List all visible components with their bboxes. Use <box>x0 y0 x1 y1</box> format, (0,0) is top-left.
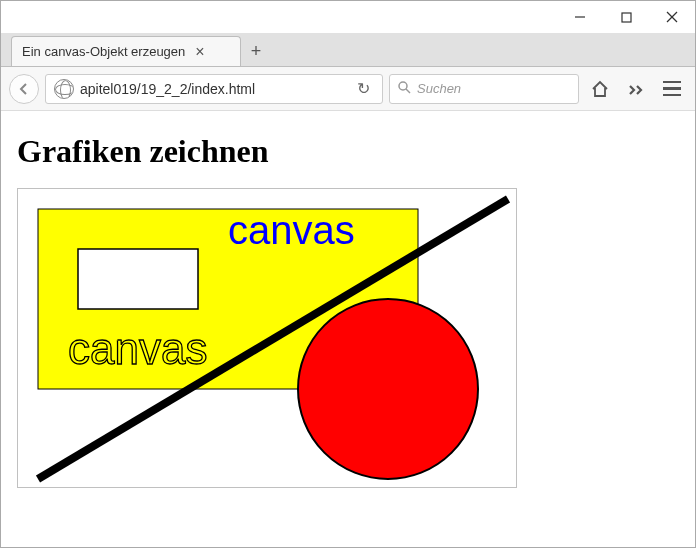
tab-strip: Ein canvas-Objekt erzeugen × + <box>1 33 695 67</box>
overflow-button[interactable] <box>621 74 651 104</box>
maximize-button[interactable] <box>603 1 649 33</box>
url-bar[interactable]: apitel019/19_2_2/index.html ↻ <box>45 74 383 104</box>
globe-icon <box>54 79 74 99</box>
page-heading: Grafiken zeichnen <box>17 133 679 170</box>
svg-rect-7 <box>78 249 198 309</box>
svg-point-8 <box>298 299 478 479</box>
close-window-button[interactable] <box>649 1 695 33</box>
menu-button[interactable] <box>657 74 687 104</box>
svg-line-5 <box>406 89 410 93</box>
minimize-button[interactable] <box>557 1 603 33</box>
search-box[interactable]: Suchen <box>389 74 579 104</box>
browser-tab[interactable]: Ein canvas-Objekt erzeugen × <box>11 36 241 66</box>
canvas-text-stroke: canvas <box>68 324 207 373</box>
svg-point-4 <box>399 82 407 90</box>
canvas-text-fill: canvas <box>228 208 355 252</box>
tab-title: Ein canvas-Objekt erzeugen <box>22 44 185 59</box>
window-titlebar <box>1 1 695 33</box>
home-button[interactable] <box>585 74 615 104</box>
close-tab-icon[interactable]: × <box>195 43 204 61</box>
toolbar: apitel019/19_2_2/index.html ↻ Suchen <box>1 67 695 111</box>
svg-rect-1 <box>622 13 631 22</box>
hamburger-icon <box>663 81 681 97</box>
search-placeholder: Suchen <box>417 81 461 96</box>
new-tab-button[interactable]: + <box>241 36 271 66</box>
browser-window: Ein canvas-Objekt erzeugen × + apitel019… <box>0 0 696 548</box>
page-content: Grafiken zeichnen canvas canvas <box>1 111 695 547</box>
url-text: apitel019/19_2_2/index.html <box>80 81 347 97</box>
reload-icon[interactable]: ↻ <box>353 79 374 98</box>
canvas-element: canvas canvas <box>17 188 517 488</box>
canvas-drawing: canvas canvas <box>18 189 518 489</box>
search-icon <box>398 81 411 97</box>
back-button[interactable] <box>9 74 39 104</box>
